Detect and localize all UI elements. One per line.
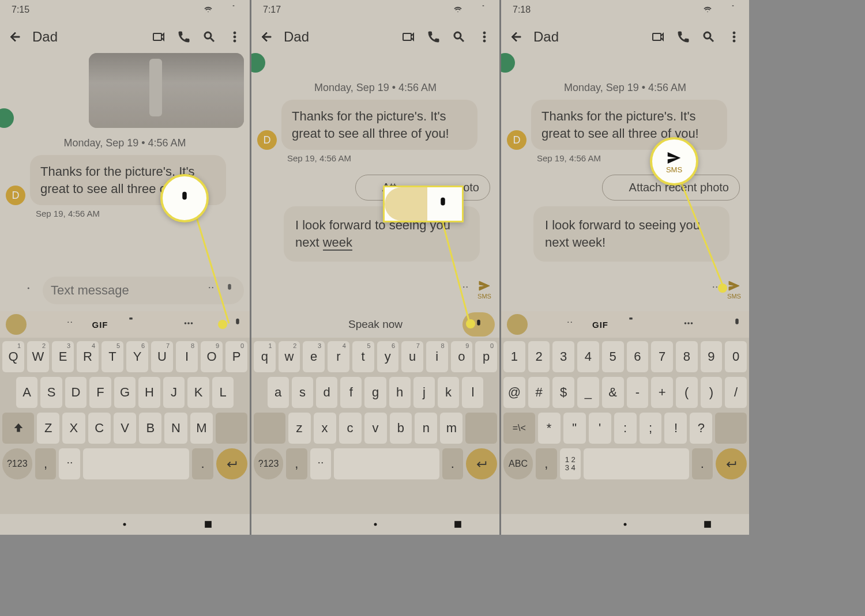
key-n[interactable]: n [415, 413, 437, 444]
overflow-button[interactable] [227, 29, 243, 45]
keyboard-collapse-button[interactable] [6, 314, 27, 335]
gif-button[interactable]: GIF [592, 320, 608, 330]
key-X[interactable]: X [62, 413, 85, 444]
key-G[interactable]: G [114, 377, 136, 408]
key-J[interactable]: J [163, 377, 185, 408]
search-button[interactable] [451, 29, 467, 45]
key-$[interactable]: $ [552, 377, 574, 408]
search-button[interactable] [201, 29, 217, 45]
key-special[interactable] [334, 448, 439, 479]
key-z[interactable]: z [288, 413, 311, 444]
key-i-emoji[interactable] [310, 448, 331, 479]
contact-name[interactable]: Dad [533, 29, 559, 45]
key-)[interactable]: ) [701, 377, 723, 408]
contact-avatar[interactable]: D [6, 186, 25, 205]
key-H[interactable]: H [138, 377, 160, 408]
key-,[interactable]: , [35, 448, 57, 479]
key-c[interactable]: c [339, 413, 362, 444]
key-d[interactable]: d [316, 377, 337, 408]
back-button[interactable] [258, 29, 274, 45]
key-1[interactable]: 1 [503, 341, 525, 372]
key-M[interactable]: M [190, 413, 213, 444]
key-Y[interactable]: Y6 [126, 341, 148, 372]
gallery-button[interactable] [24, 283, 37, 298]
clipboard-button[interactable] [625, 317, 637, 332]
key-;[interactable]: ; [640, 413, 662, 444]
key-E[interactable]: E3 [52, 341, 74, 372]
key-Z[interactable]: Z [37, 413, 59, 444]
key-i-shifto[interactable] [254, 413, 285, 444]
draft-message[interactable]: I look forward to seeing you next week! [533, 206, 729, 261]
key-r[interactable]: r4 [328, 341, 349, 372]
nav-recents-button[interactable] [702, 519, 713, 530]
key-=\<[interactable]: =\< [503, 413, 535, 444]
search-button[interactable] [701, 29, 717, 45]
key-W[interactable]: W2 [27, 341, 49, 372]
key-u[interactable]: u7 [401, 341, 423, 372]
key-i-emoji[interactable] [59, 448, 80, 479]
key-3[interactable]: 3 [552, 341, 574, 372]
key-j[interactable]: j [413, 377, 435, 408]
key-o[interactable]: o9 [451, 341, 473, 372]
key-@[interactable]: @ [503, 377, 525, 408]
gif-button[interactable]: GIF [92, 320, 108, 330]
key-L[interactable]: L [212, 377, 234, 408]
key-?123[interactable]: ?123 [254, 448, 283, 479]
key-A[interactable]: A [16, 377, 38, 408]
key-D[interactable]: D [65, 377, 87, 408]
key-.[interactable]: . [192, 448, 213, 479]
nav-home-button[interactable] [119, 519, 130, 530]
key-i-bksp[interactable] [465, 413, 497, 444]
key-?123[interactable]: ?123 [2, 448, 32, 479]
video-call-button[interactable] [650, 29, 666, 45]
voice-call-button[interactable] [675, 29, 691, 45]
key-6[interactable]: 6 [627, 341, 649, 372]
back-button[interactable] [508, 29, 524, 45]
key-i-enter[interactable] [716, 448, 747, 479]
settings-button[interactable] [653, 317, 666, 332]
back-button[interactable] [7, 29, 23, 45]
key-,[interactable]: , [536, 448, 556, 479]
key-a[interactable]: a [268, 377, 289, 408]
key-4[interactable]: 4 [577, 341, 599, 372]
overflow-button[interactable] [476, 29, 492, 45]
key-e[interactable]: e3 [303, 341, 325, 372]
nav-back-button[interactable] [287, 519, 299, 530]
key-i-shift[interactable] [2, 413, 34, 444]
key-i-enter[interactable] [466, 448, 497, 479]
nav-home-button[interactable] [619, 519, 631, 530]
more-button[interactable] [682, 317, 695, 332]
clipboard-button[interactable] [125, 317, 137, 332]
send-button[interactable]: SMS [727, 279, 741, 300]
expand-button[interactable] [260, 282, 272, 297]
key-p[interactable]: p0 [475, 341, 497, 372]
key-([interactable]: ( [676, 377, 698, 408]
video-call-button[interactable] [151, 29, 167, 45]
key-#[interactable]: # [528, 377, 550, 408]
key--[interactable]: - [627, 377, 649, 408]
contact-name[interactable]: Dad [32, 29, 58, 45]
contact-avatar[interactable]: D [507, 130, 526, 150]
keyboard-collapse-button[interactable] [507, 314, 528, 335]
contact-avatar[interactable]: D [257, 130, 277, 150]
key-C[interactable]: C [88, 413, 111, 444]
key-i-enter[interactable] [216, 448, 247, 479]
key-q[interactable]: q1 [254, 341, 276, 372]
key-*[interactable]: * [538, 413, 561, 444]
key-special[interactable] [83, 448, 189, 479]
attach-button[interactable] [6, 283, 18, 298]
settings-button[interactable] [153, 317, 166, 332]
send-button[interactable]: SMS [477, 279, 491, 300]
key-l[interactable]: l [462, 377, 483, 408]
emoji-button[interactable] [205, 282, 217, 298]
key-N[interactable]: N [164, 413, 187, 444]
sticker-button[interactable] [63, 317, 76, 332]
key-b[interactable]: b [390, 413, 412, 444]
key-I[interactable]: I8 [176, 341, 198, 372]
key-Q[interactable]: Q1 [2, 341, 24, 372]
voice-input-button[interactable] [223, 282, 236, 298]
key-ABC[interactable]: ABC [503, 448, 533, 479]
nav-home-button[interactable] [370, 519, 381, 530]
key-h[interactable]: h [389, 377, 411, 408]
key-k[interactable]: k [438, 377, 459, 408]
